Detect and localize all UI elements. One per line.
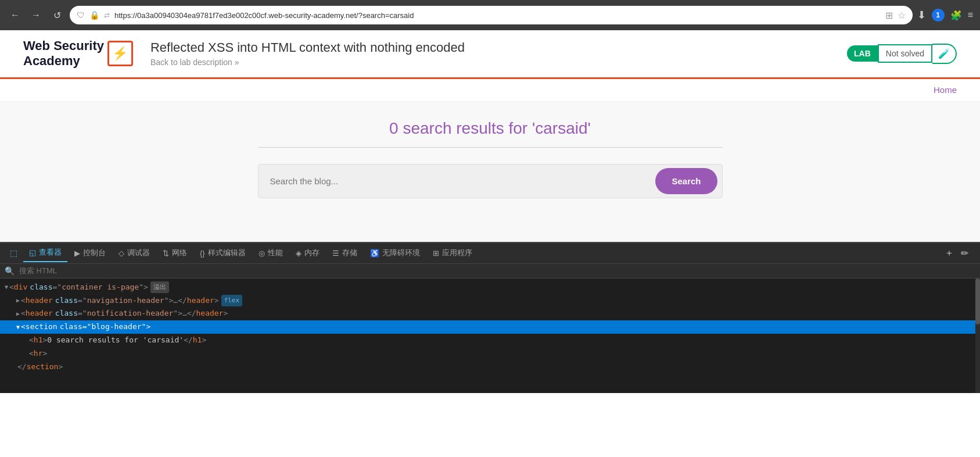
triangle-icon: ▼ bbox=[16, 323, 20, 332]
inspector-icon: ◱ bbox=[29, 248, 36, 257]
search-results-area: 0 search results for 'carsaid' Search bbox=[0, 102, 980, 222]
lab-title-area: Reflected XSS into HTML context with not… bbox=[150, 40, 830, 67]
tab-network[interactable]: ⇅ 网络 bbox=[157, 244, 193, 262]
flex-badge: flex bbox=[221, 295, 243, 306]
flask-icon[interactable]: 🧪 bbox=[932, 44, 957, 64]
shield-icon: 🛡 bbox=[77, 10, 85, 20]
browser-toolbar-icons: ⬇ 1 🧩 ≡ bbox=[917, 9, 973, 22]
tab-inspector[interactable]: ◱ 查看器 bbox=[23, 244, 67, 262]
storage-icon: ☰ bbox=[332, 249, 339, 258]
application-tab-label: 应用程序 bbox=[442, 248, 472, 258]
memory-icon: ◈ bbox=[296, 249, 301, 258]
extensions-icon[interactable]: 1 bbox=[932, 9, 945, 22]
scrollbar[interactable] bbox=[975, 279, 980, 393]
performance-tab-label: 性能 bbox=[268, 248, 283, 258]
memory-tab-label: 内存 bbox=[304, 248, 320, 258]
console-icon: ▶ bbox=[74, 249, 80, 258]
tree-line-blog-header[interactable]: ▼ <section class="blog-header" > bbox=[0, 320, 980, 334]
accessibility-icon: ♿ bbox=[370, 249, 379, 258]
network-icon: ⇅ bbox=[163, 249, 169, 258]
grid-icon: ⊞ bbox=[885, 10, 893, 21]
triangle-icon: ▶ bbox=[16, 309, 20, 319]
style-editor-tab-label: 样式编辑器 bbox=[208, 248, 246, 258]
tree-line-notification-header[interactable]: ▶ <header class="notification-header" > … bbox=[0, 307, 980, 320]
add-tab-icon[interactable]: ＋ bbox=[942, 245, 956, 262]
debugger-tab-label: 调试器 bbox=[127, 248, 150, 258]
back-button[interactable]: ← bbox=[7, 7, 23, 23]
tab-console[interactable]: ▶ 控制台 bbox=[69, 244, 112, 262]
devtools-right-icons: ＋ ✏ bbox=[942, 245, 975, 262]
html-search-input[interactable] bbox=[19, 266, 975, 275]
devtools-html-tree: ▼ <div class="container is-page" > 溢出 ▶ … bbox=[0, 279, 980, 393]
home-link[interactable]: Home bbox=[934, 85, 957, 95]
pencil-icon[interactable]: ✏ bbox=[959, 245, 971, 261]
triangle-icon: ▼ bbox=[5, 283, 8, 292]
lab-title: Reflected XSS into HTML context with not… bbox=[150, 40, 830, 55]
devtools-html-search: 🔍 bbox=[0, 264, 980, 279]
tab-debugger[interactable]: ◇ 调试器 bbox=[113, 244, 156, 262]
logo-text: Web Security Academy bbox=[23, 38, 104, 69]
browser-chrome: ← → ↺ 🛡 🔒 ⇄ https://0a3a00940304ea9781f7… bbox=[0, 0, 980, 30]
search-divider bbox=[258, 147, 723, 148]
logo-line1: Web Security bbox=[23, 38, 104, 53]
storage-tab-label: 存储 bbox=[342, 248, 357, 258]
devtools-toolbar: ⬚ ◱ 查看器 ▶ 控制台 ◇ 调试器 ⇅ 网络 {} 样式编辑器 ◎ 性能 ◈… bbox=[0, 243, 980, 264]
html-search-icon: 🔍 bbox=[5, 266, 15, 276]
tab-memory[interactable]: ◈ 内存 bbox=[290, 244, 325, 262]
address-bar[interactable]: 🛡 🔒 ⇄ https://0a3a00940304ea9781f7ed3e00… bbox=[70, 6, 913, 24]
forward-button[interactable]: → bbox=[28, 7, 44, 23]
tab-storage[interactable]: ☰ 存储 bbox=[326, 244, 363, 262]
accessibility-tab-label: 无障碍环境 bbox=[382, 248, 420, 258]
tab-style-editor[interactable]: {} 样式编辑器 bbox=[194, 244, 252, 262]
tab-application[interactable]: ⊞ 应用程序 bbox=[427, 244, 478, 262]
lab-status: Not solved bbox=[878, 44, 932, 63]
star-icon: ☆ bbox=[898, 10, 906, 21]
inspector-tab-label: 查看器 bbox=[39, 247, 62, 258]
logo-line2: Academy bbox=[23, 53, 104, 69]
tab-accessibility[interactable]: ♿ 无障碍环境 bbox=[364, 244, 426, 262]
site-nav: Home bbox=[0, 79, 980, 102]
application-icon: ⊞ bbox=[433, 249, 439, 258]
lab-badge: LAB Not solved 🧪 bbox=[847, 44, 957, 64]
lab-header: Web Security Academy ⚡ Reflected XSS int… bbox=[0, 30, 980, 79]
scrollbar-thumb[interactable] bbox=[975, 279, 980, 324]
html-tree: ▼ <div class="container is-page" > 溢出 ▶ … bbox=[0, 281, 980, 374]
console-tab-label: 控制台 bbox=[83, 248, 106, 258]
reload-button[interactable]: ↺ bbox=[49, 7, 65, 23]
logo: Web Security Academy ⚡ bbox=[23, 38, 133, 69]
url-text: https://0a3a00940304ea9781f7ed3e002c00cf… bbox=[114, 11, 881, 20]
logo-icon: ⚡ bbox=[107, 41, 133, 66]
devtools-panel: ⬚ ◱ 查看器 ▶ 控制台 ◇ 调试器 ⇅ 网络 {} 样式编辑器 ◎ 性能 ◈… bbox=[0, 242, 980, 393]
network-tab-label: 网络 bbox=[172, 248, 187, 258]
overflow-badge: 溢出 bbox=[150, 281, 169, 293]
tree-line-container[interactable]: ▼ <div class="container is-page" > 溢出 bbox=[0, 281, 980, 294]
devtools-inspector-toggle[interactable]: ⬚ bbox=[5, 244, 22, 262]
tab-performance[interactable]: ◎ 性能 bbox=[253, 244, 289, 262]
tree-line-nav-header[interactable]: ▶ <header class="navigation-header" > … … bbox=[0, 294, 980, 308]
lab-label: LAB bbox=[847, 45, 878, 62]
back-to-lab-link[interactable]: Back to lab description » bbox=[150, 58, 830, 67]
download-icon[interactable]: ⬇ bbox=[917, 9, 926, 22]
tree-line-h1[interactable]: <h1> 0 search results for 'carsaid' </h1… bbox=[0, 334, 980, 347]
menu-icon[interactable]: ≡ bbox=[968, 10, 973, 20]
puzzle-icon[interactable]: 🧩 bbox=[950, 10, 962, 21]
site-content: Home 0 search results for 'carsaid' Sear… bbox=[0, 79, 980, 242]
style-editor-icon: {} bbox=[200, 249, 205, 258]
connection-icon: ⇄ bbox=[104, 11, 110, 19]
search-button[interactable]: Search bbox=[655, 168, 717, 194]
debugger-icon: ◇ bbox=[119, 249, 124, 258]
performance-icon: ◎ bbox=[259, 249, 265, 258]
lock-icon: 🔒 bbox=[89, 10, 99, 20]
search-results-title: 0 search results for 'carsaid' bbox=[12, 119, 968, 138]
tree-line-hr[interactable]: <hr> bbox=[0, 347, 980, 360]
search-form: Search bbox=[258, 164, 723, 198]
tree-line-section-close[interactable]: </section> bbox=[0, 360, 980, 374]
triangle-icon: ▶ bbox=[16, 296, 20, 305]
search-input[interactable] bbox=[259, 167, 651, 195]
